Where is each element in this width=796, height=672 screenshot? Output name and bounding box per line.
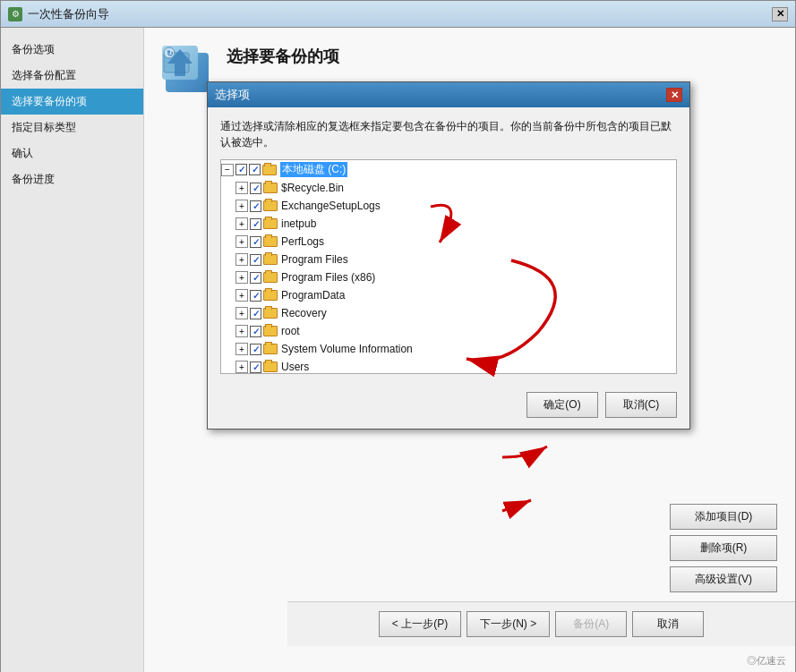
root-folder-icon <box>262 165 277 175</box>
tree-item-perflogs[interactable]: + PerfLogs <box>221 233 676 251</box>
remove-item-button[interactable]: 删除项(R) <box>670 535 777 561</box>
exchange-folder-icon <box>263 200 278 211</box>
sidebar: 备份选项 选择备份配置 选择要备份的项 指定目标类型 确认 备份进度 <box>1 28 144 672</box>
svg-text:↻: ↻ <box>167 49 174 58</box>
sidebar-item-backup-options[interactable]: 备份选项 <box>1 37 143 63</box>
tree-item-inetpub[interactable]: + inetpub <box>221 215 676 233</box>
sysvolinfo-expander[interactable]: + <box>235 343 248 355</box>
programfiles86-folder-icon <box>263 272 278 283</box>
tree-item-recovery[interactable]: + Recovery <box>221 304 676 322</box>
title-bar: ⚙ 一次性备份向导 ✕ <box>1 1 795 28</box>
perflogs-label: PerfLogs <box>281 235 324 248</box>
inetpub-expander[interactable]: + <box>235 217 248 230</box>
programfiles-folder-icon <box>263 254 278 265</box>
dialog-close-button[interactable]: ✕ <box>666 88 682 102</box>
sysvolinfo-checkbox[interactable] <box>250 344 261 355</box>
tree-item-exchange[interactable]: + ExchangeSetupLogs <box>221 197 676 215</box>
sidebar-item-select-backup-items[interactable]: 选择要备份的项 <box>1 89 143 115</box>
main-window: ⚙ 一次性备份向导 ✕ 备份选项 选择备份配置 选择要备份的项 指定目标类型 确… <box>0 0 796 672</box>
cancel-button[interactable]: 取消 <box>632 611 704 637</box>
root-checkbox[interactable] <box>235 164 247 175</box>
header-icon-arrow: ↻ <box>162 46 198 80</box>
recycle-checkbox[interactable] <box>250 183 261 194</box>
add-item-button[interactable]: 添加项目(D) <box>670 504 777 530</box>
exchange-checkbox[interactable] <box>250 200 261 212</box>
tree-item-programfiles[interactable]: + Program Files <box>221 251 676 268</box>
sidebar-item-backup-progress[interactable]: 备份进度 <box>1 166 143 192</box>
root-expander[interactable]: − <box>221 164 234 176</box>
users-expander[interactable]: + <box>235 361 248 373</box>
perflogs-checkbox[interactable] <box>250 236 261 248</box>
recovery-expander[interactable]: + <box>235 307 248 319</box>
sysvolinfo-label: System Volume Information <box>281 343 413 355</box>
inetpub-folder-icon <box>263 218 278 229</box>
perflogs-expander[interactable]: + <box>235 235 248 248</box>
tree-item-programdata[interactable]: + ProgramData <box>221 286 676 304</box>
dialog-footer: 确定(O) 取消(C) <box>208 385 689 429</box>
sysvolinfo-folder-icon <box>263 344 278 354</box>
recycle-expander[interactable]: + <box>235 182 248 194</box>
dialog-title: 选择项 <box>215 87 250 103</box>
recycle-folder-icon <box>263 183 278 193</box>
action-bar: 添加项目(D) 删除项(R) 高级设置(V) <box>287 495 795 601</box>
root-folder-label: root <box>281 325 300 337</box>
window-title: 一次性备份向导 <box>28 6 109 22</box>
dialog-title-bar: 选择项 ✕ <box>208 82 689 107</box>
tree-item-root[interactable]: − 本地磁盘 (C:) <box>221 160 676 179</box>
watermark: ◎亿速云 <box>747 654 786 668</box>
recovery-checkbox[interactable] <box>250 308 261 319</box>
programdata-checkbox[interactable] <box>250 290 261 302</box>
inetpub-label: inetpub <box>281 217 316 230</box>
folder-tree[interactable]: − 本地磁盘 (C:) + $Recycle.Bin + <box>220 159 677 374</box>
dialog-confirm-button[interactable]: 确定(O) <box>526 392 598 418</box>
tree-item-recycle[interactable]: + $Recycle.Bin <box>221 179 676 197</box>
tree-item-programfiles86[interactable]: + Program Files (x86) <box>221 268 676 286</box>
sidebar-item-specify-target-type[interactable]: 指定目标类型 <box>1 115 143 140</box>
programdata-folder-icon <box>263 290 278 301</box>
bottom-bar: < 上一步(P) 下一步(N) > 备份(A) 取消 <box>287 601 795 646</box>
root-label: 本地磁盘 (C:) <box>280 162 347 177</box>
programfiles-expander[interactable]: + <box>235 253 248 266</box>
select-items-dialog: 选择项 ✕ 通过选择或清除相应的复选框来指定要包含在备份中的项目。你的当前备份中… <box>207 81 690 430</box>
exchange-label: ExchangeSetupLogs <box>281 200 381 212</box>
programfiles86-label: Program Files (x86) <box>281 271 375 284</box>
recycle-label: $Recycle.Bin <box>281 182 344 194</box>
tree-item-sysvolinfo[interactable]: + System Volume Information <box>221 340 676 358</box>
sidebar-item-select-backup-config[interactable]: 选择备份配置 <box>1 63 143 89</box>
users-checkbox[interactable] <box>250 362 261 373</box>
page-title: 选择要备份的项 <box>227 46 339 67</box>
root-checkbox2[interactable] <box>249 164 261 175</box>
dialog-cancel-button[interactable]: 取消(C) <box>605 392 677 418</box>
programfiles86-expander[interactable]: + <box>235 271 248 284</box>
programdata-label: ProgramData <box>281 289 345 302</box>
header-icon: ↻ <box>162 46 212 96</box>
window-close-button[interactable]: ✕ <box>772 7 788 21</box>
recovery-label: Recovery <box>281 307 327 319</box>
prev-button[interactable]: < 上一步(P) <box>379 611 461 637</box>
users-label: Users <box>281 361 309 373</box>
app-icon: ⚙ <box>8 7 22 21</box>
sidebar-item-confirm[interactable]: 确认 <box>1 140 143 166</box>
dialog-description: 通过选择或清除相应的复选框来指定要包含在备份中的项目。你的当前备份中所包含的项目… <box>220 118 677 150</box>
root-folder-checkbox[interactable] <box>250 326 261 337</box>
next-button[interactable]: 下一步(N) > <box>466 611 550 637</box>
title-bar-left: ⚙ 一次性备份向导 <box>8 6 109 22</box>
programdata-expander[interactable]: + <box>235 289 248 302</box>
users-folder-icon <box>263 362 278 372</box>
tree-item-users[interactable]: + Users <box>221 358 676 374</box>
dialog-body: 通过选择或清除相应的复选框来指定要包含在备份中的项目。你的当前备份中所包含的项目… <box>208 107 689 385</box>
exchange-expander[interactable]: + <box>235 200 248 212</box>
inetpub-checkbox[interactable] <box>250 218 261 230</box>
programfiles-checkbox[interactable] <box>250 254 261 266</box>
advanced-settings-button[interactable]: 高级设置(V) <box>670 566 777 592</box>
programfiles-label: Program Files <box>281 253 348 266</box>
recovery-folder-icon <box>263 308 278 319</box>
root-folder-expander[interactable]: + <box>235 325 248 337</box>
root-folder-icon2 <box>263 326 278 336</box>
programfiles86-checkbox[interactable] <box>250 272 261 284</box>
backup-button[interactable]: 备份(A) <box>555 611 627 637</box>
perflogs-folder-icon <box>263 236 278 247</box>
tree-item-root-folder[interactable]: + root <box>221 322 676 340</box>
